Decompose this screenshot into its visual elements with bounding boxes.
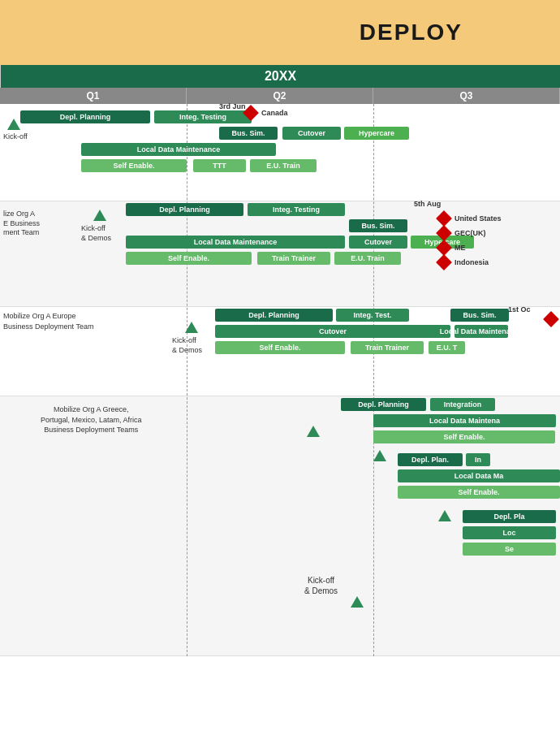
label-us: United States <box>454 214 502 223</box>
vline-q1 <box>187 104 187 656</box>
row2-kickoff-label: Kick-off& Demos <box>81 224 111 243</box>
gantt-area: Kick-off Depl. Planning Integ. Testing 3… <box>0 104 560 656</box>
row4-label: Mobilize Org A Greece, Portugal, Mexico,… <box>41 404 142 435</box>
date-5th-aug: 5th Aug <box>414 200 441 208</box>
row1-triangle <box>7 119 20 130</box>
row3-triangle <box>185 322 198 333</box>
vline-q2 <box>373 104 374 656</box>
bar-bus-sim-r1: Bus. Sim. <box>219 127 278 140</box>
bar-ldm-r4c: Loc <box>463 526 556 539</box>
row3-label: Mobilize Org A Europe Business Deploymen… <box>3 311 93 331</box>
bar-ldm-r1: Local Data Maintenance <box>81 143 276 156</box>
bar-ldm-r4a: Local Data Maintena <box>373 414 556 427</box>
bar-hypercare-r1: Hypercare <box>344 127 409 140</box>
row1-kickoff-label: Kick-off <box>3 132 28 142</box>
bar-bussim-r3: Bus. Sim. <box>450 309 509 322</box>
label-indonesia: Indonesia <box>454 258 489 266</box>
chart-wrapper: 20XX Q1 Q2 Q3 Kick-off Depl. Planning In… <box>0 65 560 656</box>
bar-selfen-r4b: Self Enable. <box>398 486 560 499</box>
year-header: 20XX <box>0 65 560 88</box>
bar-eutrain-r1: E.U. Train <box>250 159 317 172</box>
row2-triangle <box>93 210 106 221</box>
bar-integ-r3: Integ. Test. <box>336 309 409 322</box>
label-gec: GEC(UK) <box>454 229 486 237</box>
bar-selfen-r4a: Self Enable. <box>373 430 555 443</box>
bar-depl-r4c: Depl. Pla <box>463 510 556 523</box>
bar-traintrainer-r3: Train Trainer <box>351 341 424 354</box>
date-3rd-jun: 3rd Jun <box>219 102 246 110</box>
bar-bussim-r2: Bus. Sim. <box>349 219 407 232</box>
label-1stoct: 1st Oc <box>508 305 531 314</box>
label-canada: Canada <box>261 109 288 117</box>
bar-depl-r4a: Depl. Planning <box>341 398 426 411</box>
bar-depl-r4b: Depl. Plan. <box>398 453 463 466</box>
row4-triangle-q2 <box>307 426 320 437</box>
bar-selfenab-r1: Self Enable. <box>81 159 187 172</box>
row4-kickoff-label: Kick-off& Demos <box>304 575 338 596</box>
row4-triangle-q3a <box>373 450 386 461</box>
bar-selfenab-r2: Self Enable. <box>126 252 252 265</box>
top-banner: DEPLOY <box>0 0 560 65</box>
bar-ldm-r2: Local Data Maintenance <box>126 236 345 249</box>
bar-integ-r4a: Integration <box>430 398 495 411</box>
deploy-title: DEPLOY <box>360 19 463 45</box>
bar-cutover-r1: Cutover <box>282 127 341 140</box>
row4-triangle-q3b <box>438 510 451 521</box>
row4-triangle-bottom <box>351 596 364 608</box>
bar-integ-r4b: In <box>466 453 490 466</box>
bar-cutover-r2: Cutover <box>349 236 407 249</box>
bar-eutrain-r2: E.U. Train <box>334 252 401 265</box>
bar-integ-r2: Integ. Testing <box>248 203 345 216</box>
row3-kickoff-label: Kick-off& Demos <box>172 336 202 355</box>
row2-label: lize Org A E Business ment Team <box>3 210 40 238</box>
q2-header: Q2 <box>187 88 373 104</box>
bar-eutrain-r3: E.U. T <box>429 341 465 354</box>
bar-ldm-r3: Cutover <box>215 325 450 338</box>
bar-depl-r2: Depl. Planning <box>126 203 243 216</box>
quarter-header-row: Q1 Q2 Q3 <box>0 88 560 104</box>
bar-selfen-r4c: Se <box>463 543 556 556</box>
bar-traintrainer-r2: Train Trainer <box>257 252 330 265</box>
bar-depl-planning-r1: Depl. Planning <box>20 110 150 123</box>
bar-selfenab-r3: Self Enable. <box>215 341 345 354</box>
bar-ttt-r1: TTT <box>193 159 246 172</box>
bar-integ-testing-r1: Integ. Testing <box>154 110 252 123</box>
q1-header: Q1 <box>0 88 187 104</box>
bar-ldm-r4b: Local Data Ma <box>398 469 560 482</box>
q3-header: Q3 <box>373 88 560 104</box>
bar-cutover-r3: Local Data Maintenance <box>454 325 508 338</box>
bar-depl-r3: Depl. Planning <box>215 309 333 322</box>
label-me: ME <box>454 244 466 252</box>
